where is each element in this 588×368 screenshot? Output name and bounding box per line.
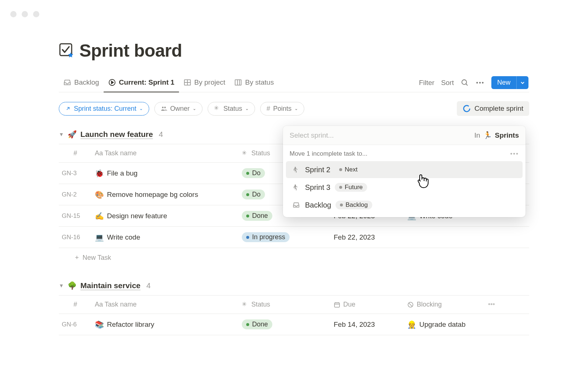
filter-owner[interactable]: Owner ⌄ (154, 102, 202, 116)
option-status-pill: Next (335, 165, 362, 174)
complete-sprint-button[interactable]: Complete sprint (457, 101, 529, 116)
cell-due: Feb 14, 2023 (331, 321, 404, 329)
table-header: # Aa Task name Status Due Blocking ••• (59, 296, 529, 314)
status-badge: In progress (242, 232, 290, 242)
row-title: File a bug (107, 169, 137, 177)
hash-icon: # (266, 105, 270, 113)
svg-line-23 (409, 303, 412, 306)
sprint-option[interactable]: Backlog Backlog (286, 197, 523, 213)
status-badge: Done (242, 319, 272, 329)
tab-label: Backlog (74, 78, 99, 86)
chevron-down-icon: ⌄ (245, 106, 249, 111)
svg-line-9 (466, 84, 468, 85)
tab-current[interactable]: Current: Sprint 1 (104, 73, 179, 92)
tab-by-project[interactable]: By project (179, 73, 230, 92)
cell-id: GN-16 (59, 234, 92, 241)
row-emoji: 📚 (95, 320, 104, 329)
filter-label: Status (223, 105, 242, 113)
new-task-label: New Task (83, 254, 111, 262)
col-due[interactable]: Due (331, 301, 404, 308)
row-title: Design new feature (107, 212, 167, 220)
new-button-group: New (491, 76, 528, 89)
task-group: ▼ 🌳 Maintain service 4 # Aa Task name St… (59, 281, 529, 335)
cell-due: Feb 22, 2023 (331, 233, 404, 241)
filter-status[interactable]: Status ⌄ (208, 102, 255, 116)
board-icon (234, 78, 242, 86)
row-emoji: ✍️ (95, 212, 104, 220)
sprint-search-input[interactable] (290, 131, 474, 139)
popover-in-label: In 🏃 Sprints (474, 131, 519, 139)
tab-label: By project (194, 78, 225, 86)
col-id[interactable]: # (59, 149, 92, 157)
status-badge: Do (242, 168, 265, 178)
col-more[interactable]: ••• (485, 301, 500, 308)
page-icon-checkbox-star (59, 43, 75, 59)
cell-status: Done (239, 319, 331, 329)
runner-icon (293, 183, 301, 191)
filter-points[interactable]: # Points ⌄ (260, 102, 304, 116)
popover-subtitle-row: Move 1 incomplete task to... ••• (283, 145, 526, 160)
col-blocking[interactable]: Blocking (404, 301, 485, 308)
option-label: Sprint 3 (305, 183, 330, 192)
popover-subtitle: Move 1 incomplete task to... (290, 150, 368, 158)
more-icon[interactable]: ••• (476, 78, 485, 87)
popover-header: In 🏃 Sprints (283, 126, 526, 145)
col-name[interactable]: Aa Task name (92, 301, 239, 308)
filter-sprint-status[interactable]: Sprint status: Current ⌄ (59, 102, 149, 116)
row-title: Refactor library (107, 321, 154, 329)
filter-row: Sprint status: Current ⌄ Owner ⌄ Status … (59, 101, 529, 116)
loading-icon (214, 105, 220, 112)
group-count: 4 (159, 130, 163, 139)
group-name: Launch new feature (80, 130, 153, 139)
group-count: 4 (146, 281, 151, 290)
option-status-pill: Backlog (336, 201, 372, 209)
more-icon[interactable]: ••• (510, 150, 519, 158)
sprint-option[interactable]: Sprint 3 Future (286, 179, 523, 196)
cell-name: ✍️Design new feature (92, 212, 239, 220)
traffic-light-yellow[interactable] (22, 11, 28, 17)
traffic-light-green[interactable] (33, 11, 39, 17)
svg-point-10 (162, 107, 164, 109)
col-id[interactable]: # (59, 301, 92, 308)
complete-label: Complete sprint (474, 105, 523, 113)
sprint-option[interactable]: Sprint 2 Next (286, 161, 523, 178)
filter-label: Owner (170, 105, 190, 113)
plus-icon: + (75, 254, 79, 262)
tab-by-status[interactable]: By status (230, 73, 278, 92)
cell-name: 💻Write code (92, 233, 239, 242)
col-name[interactable]: Aa Task name (92, 149, 239, 157)
in-target: Sprints (495, 131, 519, 139)
chevron-down-icon: ⌄ (193, 106, 196, 111)
group-emoji: 🚀 (68, 130, 77, 139)
option-status-pill: Future (335, 183, 367, 192)
new-task-button[interactable]: +New Task (59, 248, 529, 267)
table-row[interactable]: GN-6 📚Refactor library Done Feb 14, 2023… (59, 314, 529, 335)
tab-backlog[interactable]: Backlog (59, 73, 104, 92)
status-badge: Done (242, 211, 272, 221)
traffic-light-red[interactable] (10, 11, 17, 17)
svg-rect-0 (60, 44, 72, 56)
sprint-select-popover: In 🏃 Sprints Move 1 incomplete task to..… (283, 126, 526, 217)
page-title-row: Sprint board (59, 40, 529, 61)
sort-button[interactable]: Sort (441, 79, 454, 87)
table-row[interactable]: GN-16 💻Write code In progress Feb 22, 20… (59, 227, 529, 248)
cell-status: In progress (239, 232, 331, 242)
col-status[interactable]: Status (239, 301, 331, 308)
svg-point-8 (462, 79, 467, 84)
blocking-text: Upgrade datab (419, 321, 466, 329)
search-icon[interactable] (460, 78, 469, 87)
runner-icon (293, 166, 301, 174)
group-header[interactable]: ▼ 🌳 Maintain service 4 (59, 281, 529, 290)
cell-id: GN-2 (59, 191, 92, 198)
option-label: Sprint 2 (305, 166, 330, 174)
runner-star-icon: 🏃 (483, 131, 492, 139)
new-dropdown[interactable] (516, 76, 528, 89)
loading-icon (242, 301, 248, 308)
new-button[interactable]: New (491, 76, 516, 89)
group-emoji: 🌳 (68, 281, 77, 290)
collapse-icon: ▼ (59, 131, 64, 137)
cell-blocking: 👷Upgrade datab (404, 320, 485, 329)
inbox-icon (293, 201, 301, 209)
filter-button[interactable]: Filter (419, 79, 434, 87)
status-badge: Do (242, 190, 265, 199)
